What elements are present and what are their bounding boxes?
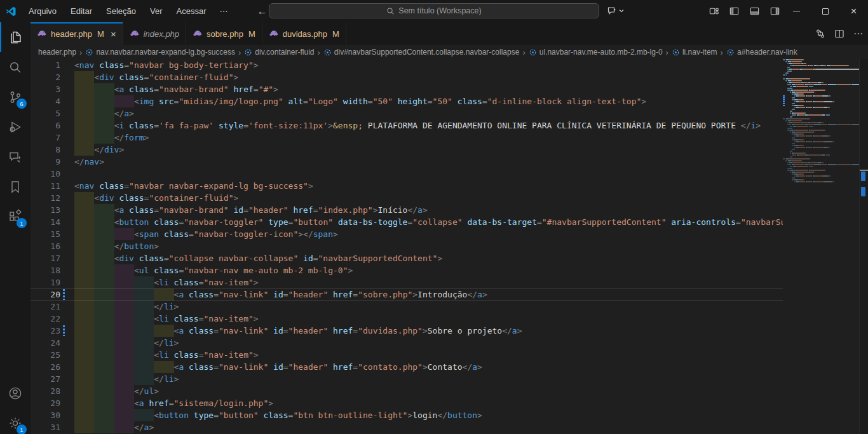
code-line[interactable]: 20 <a class="nav-link" id="header" href=…	[31, 288, 783, 301]
code-editor[interactable]: 1<nav class="navbar bg-body-tertiary">2 …	[31, 59, 868, 434]
toggle-primary-sidebar-button[interactable]	[727, 4, 741, 18]
line-number[interactable]: 31	[31, 421, 60, 433]
activity-bookmarks-icon[interactable]	[0, 172, 31, 201]
code-line[interactable]: 23 <a class="nav-link" id="header" href=…	[31, 325, 783, 337]
line-number[interactable]: 14	[31, 216, 60, 228]
code-line[interactable]: 15 <span class="navbar-toggler-icon"></s…	[31, 228, 783, 240]
code-line[interactable]: 25 <li class="nav-item">	[31, 349, 783, 361]
breadcrumb-symbol[interactable]: a#header.nav-link	[726, 48, 797, 57]
menu-overflow-button[interactable]: ⋯	[214, 6, 234, 16]
line-number[interactable]: 30	[31, 409, 60, 421]
code-line[interactable]: 8 </div>	[31, 144, 783, 156]
code-line[interactable]: 10	[31, 168, 783, 180]
tab-header.php[interactable]: header.phpM×	[31, 22, 123, 45]
line-number[interactable]: 23	[31, 325, 60, 337]
split-editor-icon[interactable]	[834, 29, 844, 39]
code-line[interactable]: 24 </li>	[31, 337, 783, 349]
activity-chat-icon[interactable]	[0, 142, 31, 172]
code-line[interactable]: 22 <li class="nav-item">	[31, 313, 783, 325]
minimap[interactable]	[783, 59, 859, 434]
code-line[interactable]: 19 <li class="nav-item">	[31, 276, 783, 288]
menu-editar[interactable]: Editar	[64, 0, 99, 22]
line-number[interactable]: 25	[31, 349, 60, 361]
line-number[interactable]: 16	[31, 240, 60, 252]
line-number[interactable]: 26	[31, 361, 60, 373]
more-actions-icon[interactable]: ⋯	[853, 28, 863, 39]
code-line[interactable]: 11<nav class="navbar navbar-expand-lg bg…	[31, 180, 783, 192]
overview-ruler-scrollbar[interactable]	[859, 59, 868, 434]
line-number[interactable]: 18	[31, 264, 60, 276]
close-button[interactable]: ×	[839, 0, 868, 22]
menu-acessar[interactable]: Acessar	[170, 0, 214, 22]
line-number[interactable]: 8	[31, 144, 60, 156]
line-number[interactable]: 5	[31, 107, 60, 119]
code-line[interactable]: 27 </li>	[31, 373, 783, 385]
line-number[interactable]: 29	[31, 397, 60, 409]
code-line[interactable]: 30 <button type="button" class="btn btn-…	[31, 409, 783, 421]
minimize-button[interactable]	[782, 0, 811, 22]
activity-source-control-icon[interactable]: 6	[0, 82, 31, 112]
activity-account-icon[interactable]	[0, 378, 31, 408]
line-number[interactable]: 24	[31, 337, 60, 349]
code-line[interactable]: 12 <div class="container-fluid">	[31, 192, 783, 204]
command-center-search[interactable]: Sem título (Workspace)	[269, 3, 599, 18]
copilot-button[interactable]	[607, 3, 625, 18]
code-line[interactable]: 6 <i class='fa fa-paw' style='font-size:…	[31, 119, 783, 132]
maximize-button[interactable]	[811, 0, 839, 22]
toggle-panel-button[interactable]	[747, 4, 761, 18]
line-number[interactable]: 15	[31, 228, 60, 240]
code-line[interactable]: 14 <button class="navbar-toggler" type="…	[31, 216, 783, 228]
code-area[interactable]: 1<nav class="navbar bg-body-tertiary">2 …	[31, 59, 783, 434]
menu-ver[interactable]: Ver	[143, 0, 170, 22]
line-number[interactable]: 21	[31, 301, 60, 313]
menu-arquivo[interactable]: Arquivo	[22, 0, 64, 22]
line-number[interactable]: 20	[31, 288, 60, 301]
tab-index.php[interactable]: index.php	[123, 22, 186, 45]
code-line[interactable]: 16 </button>	[31, 240, 783, 252]
line-number[interactable]: 12	[31, 192, 60, 204]
line-number[interactable]: 3	[31, 83, 60, 95]
line-number[interactable]: 9	[31, 156, 60, 168]
line-number[interactable]: 28	[31, 385, 60, 397]
line-number[interactable]: 27	[31, 373, 60, 385]
back-arrow-icon[interactable]: ←	[257, 6, 268, 17]
line-number[interactable]: 6	[31, 119, 60, 132]
code-line[interactable]: 5 </a>	[31, 107, 783, 119]
breadcrumb-symbol[interactable]: nav.navbar.navbar-expand-lg.bg-success	[85, 48, 235, 57]
code-line[interactable]: 18 <ul class="navbar-nav me-auto mb-2 mb…	[31, 264, 783, 276]
activity-explorer-icon[interactable]	[0, 22, 31, 52]
tab-sobre.php[interactable]: sobre.phpM	[186, 22, 262, 45]
line-number[interactable]: 13	[31, 204, 60, 216]
breadcrumb-symbol[interactable]: div.container-fluid	[244, 48, 314, 57]
line-number[interactable]: 11	[31, 180, 60, 192]
breadcrumb-symbol[interactable]: li.nav-item	[672, 48, 717, 57]
tab-duvidas.php[interactable]: duvidas.phpM	[262, 22, 346, 45]
line-number[interactable]: 1	[31, 59, 60, 71]
code-line[interactable]: 29 <a href="sistema/login.php">	[31, 397, 783, 409]
line-number[interactable]: 19	[31, 276, 60, 288]
code-line[interactable]: 26 <a class="nav-link" id="header" href=…	[31, 361, 783, 373]
code-line[interactable]: 17 <div class="collapse navbar-collapse"…	[31, 252, 783, 264]
code-line[interactable]: 4 <img src="midias/img/logo.png" alt="Lo…	[31, 95, 783, 107]
code-line[interactable]: 7 </form>	[31, 132, 783, 144]
breadcrumb-file[interactable]: header.php	[38, 48, 76, 57]
line-number[interactable]: 4	[31, 95, 60, 107]
line-number[interactable]: 2	[31, 71, 60, 83]
line-number[interactable]: 10	[31, 168, 60, 180]
breadcrumb-symbol[interactable]: ul.navbar-nav.me-auto.mb-2.mb-lg-0	[529, 48, 663, 57]
close-tab-icon[interactable]: ×	[111, 29, 116, 39]
breadcrumb-symbol[interactable]: div#navbarSupportedContent.collapse.navb…	[323, 48, 520, 57]
code-line[interactable]: 2 <div class="container-fluid">	[31, 71, 783, 83]
activity-settings-icon[interactable]: 1	[0, 408, 31, 434]
activity-run-debug-icon[interactable]	[0, 112, 31, 142]
line-number[interactable]: 7	[31, 132, 60, 144]
code-line[interactable]: 9</nav>	[31, 156, 783, 168]
customize-layout-button[interactable]	[707, 4, 721, 18]
toggle-secondary-sidebar-button[interactable]	[768, 4, 782, 18]
code-line[interactable]: 28 </ul>	[31, 385, 783, 397]
menu-seleção[interactable]: Seleção	[99, 0, 143, 22]
code-line[interactable]: 31 </a>	[31, 421, 783, 433]
line-number[interactable]: 17	[31, 252, 60, 264]
code-line[interactable]: 3 <a class="navbar-brand" href="#">	[31, 83, 783, 95]
code-line[interactable]: 13 <a class="navbar-brand" id="header" h…	[31, 204, 783, 216]
